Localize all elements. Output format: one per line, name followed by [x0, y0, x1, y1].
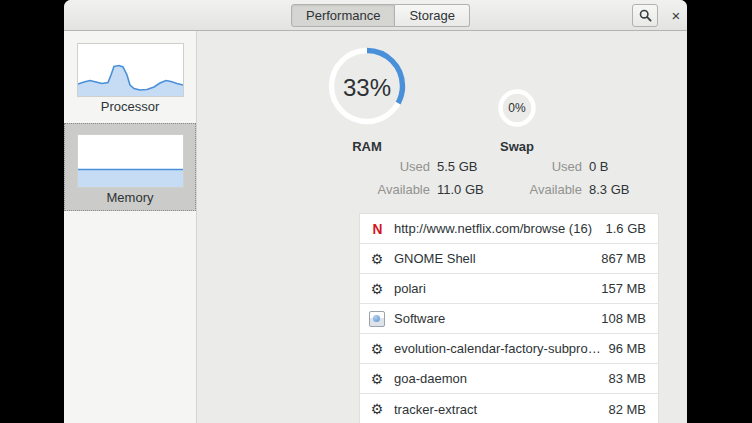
- view-switcher: Performance Storage: [291, 4, 470, 27]
- tab-performance[interactable]: Performance: [291, 4, 395, 27]
- process-row[interactable]: ⚙ tracker-extract 82 MB: [360, 394, 658, 423]
- tab-storage[interactable]: Storage: [395, 4, 470, 27]
- ram-used-row: Used 5.5 GB: [330, 159, 477, 174]
- screen: Performance Storage ×: [0, 0, 752, 423]
- ram-used-value: 5.5 GB: [437, 159, 477, 174]
- process-memory-value: 96 MB: [608, 341, 646, 356]
- process-name: GNOME Shell: [394, 251, 597, 266]
- used-label: Used: [482, 159, 582, 174]
- search-icon: [639, 9, 652, 22]
- process-memory-value: 108 MB: [601, 311, 646, 326]
- process-memory-value: 82 MB: [608, 402, 646, 417]
- available-label: Available: [330, 182, 430, 197]
- ram-available-value: 11.0 GB: [437, 182, 484, 197]
- processor-thumbnail-chart: [77, 43, 184, 97]
- process-name: goa-daemon: [394, 371, 604, 386]
- gear-icon: ⚙: [369, 371, 385, 387]
- search-button[interactable]: [632, 4, 658, 27]
- process-row[interactable]: Software 108 MB: [360, 304, 658, 334]
- ram-available-row: Available 11.0 GB: [330, 182, 484, 197]
- available-label: Available: [482, 182, 582, 197]
- close-icon: ×: [672, 8, 681, 23]
- close-button[interactable]: ×: [663, 4, 687, 27]
- swap-label: Swap: [457, 139, 577, 154]
- process-name: tracker-extract: [394, 402, 604, 417]
- usage-app-window: Performance Storage ×: [64, 0, 687, 423]
- software-app-icon: [369, 311, 385, 327]
- memory-performance-view: 33% 0% RAM Used 5.5 GB Available 11.0 GB…: [197, 31, 687, 423]
- process-name: evolution-calendar-factory-subprocess …: [394, 341, 604, 356]
- swap-percent-value: 0%: [497, 101, 537, 115]
- gear-icon: ⚙: [369, 251, 385, 267]
- process-memory-value: 157 MB: [601, 281, 646, 296]
- process-name: polari: [394, 281, 597, 296]
- swap-used-value: 0 B: [589, 159, 609, 174]
- ram-percent-value: 33%: [327, 74, 407, 102]
- memory-thumbnail-chart: [77, 134, 184, 188]
- gear-icon: ⚙: [369, 341, 385, 357]
- swap-available-value: 8.3 GB: [589, 182, 629, 197]
- process-memory-value: 1.6 GB: [606, 221, 646, 236]
- swap-available-row: Available 8.3 GB: [482, 182, 629, 197]
- header-bar: Performance Storage ×: [64, 0, 687, 31]
- sidebar-item-label: Processor: [64, 99, 196, 114]
- gear-icon: ⚙: [369, 281, 385, 297]
- process-name: http://www.netflix.com/browse (16): [394, 221, 602, 236]
- process-memory-list: N http://www.netflix.com/browse (16) 1.6…: [359, 213, 659, 423]
- used-label: Used: [330, 159, 430, 174]
- process-memory-value: 83 MB: [608, 371, 646, 386]
- netflix-icon: N: [369, 221, 385, 237]
- process-row[interactable]: ⚙ evolution-calendar-factory-subprocess …: [360, 334, 658, 364]
- process-row[interactable]: ⚙ goa-daemon 83 MB: [360, 364, 658, 394]
- sidebar: Processor Memory: [64, 31, 197, 423]
- process-row[interactable]: N http://www.netflix.com/browse (16) 1.6…: [360, 214, 658, 244]
- gear-icon: ⚙: [369, 401, 385, 417]
- sidebar-item-label: Memory: [64, 190, 196, 205]
- sidebar-item-memory[interactable]: Memory: [64, 123, 196, 211]
- process-row[interactable]: ⚙ polari 157 MB: [360, 274, 658, 304]
- process-name: Software: [394, 311, 597, 326]
- process-row[interactable]: ⚙ GNOME Shell 867 MB: [360, 244, 658, 274]
- process-memory-value: 867 MB: [601, 251, 646, 266]
- sidebar-item-processor[interactable]: Processor: [64, 31, 196, 123]
- ram-label: RAM: [307, 139, 427, 154]
- swap-used-row: Used 0 B: [482, 159, 609, 174]
